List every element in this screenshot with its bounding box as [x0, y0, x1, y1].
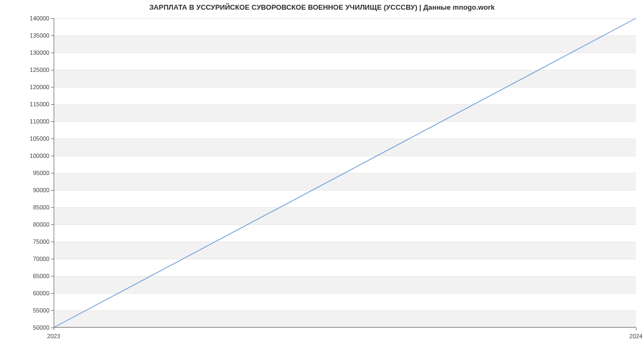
- chart-container: ЗАРПЛАТА В УССУРИЙСКОЕ СУВОРОВСКОЕ ВОЕНН…: [0, 0, 644, 349]
- x-tick-label: 2023: [47, 333, 60, 339]
- y-tick-label: 135000: [30, 32, 54, 39]
- y-tick-label: 105000: [30, 135, 54, 142]
- chart-title: ЗАРПЛАТА В УССУРИЙСКОЕ СУВОРОВСКОЕ ВОЕНН…: [0, 3, 644, 11]
- y-tick-label: 95000: [33, 170, 54, 176]
- axes-frame: [54, 18, 636, 328]
- y-tick-label: 85000: [33, 204, 54, 210]
- y-tick-label: 50000: [33, 324, 54, 331]
- gridline: [54, 328, 636, 328]
- x-tick-mark: [636, 328, 636, 330]
- y-tick-label: 90000: [33, 187, 54, 193]
- plot-area: 5000055000600006500070000750008000085000…: [54, 18, 636, 328]
- y-tick-label: 140000: [30, 15, 54, 21]
- y-tick-label: 55000: [33, 307, 54, 314]
- y-tick-label: 60000: [33, 290, 54, 296]
- y-tick-label: 115000: [30, 101, 54, 107]
- y-tick-label: 75000: [33, 238, 54, 245]
- y-tick-label: 120000: [30, 84, 54, 90]
- y-tick-label: 70000: [33, 256, 54, 262]
- y-tick-label: 125000: [30, 67, 54, 73]
- y-tick-label: 80000: [33, 221, 54, 228]
- x-tick-label: 2024: [630, 333, 642, 339]
- y-tick-label: 130000: [30, 49, 54, 56]
- y-tick-label: 100000: [30, 152, 54, 159]
- x-tick-mark: [54, 328, 54, 330]
- y-tick-label: 110000: [30, 118, 54, 125]
- y-tick-label: 65000: [33, 273, 54, 279]
